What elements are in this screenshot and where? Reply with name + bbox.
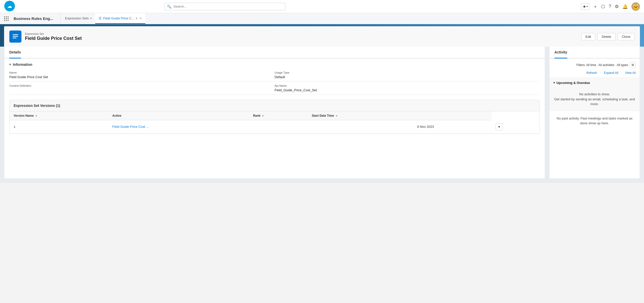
upcoming-overdue-header[interactable]: ▾ Upcoming & Overdue	[549, 78, 640, 88]
grid-dot	[4, 18, 5, 19]
avatar[interactable]: 🐱	[631, 2, 640, 11]
search-icon: 🔍	[167, 5, 171, 9]
info-grid: Name Field Guide Price Cost Set Usage Ty…	[4, 69, 545, 95]
api-name-label: Api Name	[275, 84, 540, 87]
sf-logo[interactable]: ☁	[4, 1, 15, 12]
tab-dropdown-icon[interactable]: ▾	[90, 17, 92, 20]
separator: ·	[621, 71, 622, 75]
chevron-down-icon: ▾	[586, 5, 588, 8]
search-input[interactable]	[173, 5, 283, 8]
tab-dropdown-icon[interactable]: ▾	[136, 17, 137, 20]
activity-panel-tabs: Activity	[549, 47, 640, 58]
svg-rect-3	[13, 36, 18, 37]
sort-icon[interactable]: ▾	[336, 114, 337, 117]
activity-panel: Activity Filters: All time · All activit…	[549, 47, 640, 179]
app-name[interactable]: Business Rules Eng...	[11, 16, 56, 21]
activity-tab[interactable]: Activity	[554, 47, 567, 58]
context-definition-field: Context Definition	[9, 82, 275, 95]
star-icon: ★	[583, 4, 586, 9]
row-number-cell: 1	[10, 120, 108, 134]
sort-icon[interactable]: ▾	[36, 114, 37, 117]
table-header-row: Version Name ▾ Active Rank ▾ S	[10, 111, 540, 120]
edit-button[interactable]: Edit	[581, 33, 595, 40]
grid-dot	[6, 16, 7, 17]
col-start-date-time: Start Date Time ▾	[308, 111, 413, 120]
activity-links: Refresh · Expand All · View All	[549, 70, 640, 78]
usage-type-field: Usage Type Default	[275, 69, 540, 82]
gear-icon: ⚙	[631, 63, 634, 67]
search-bar[interactable]: 🔍	[164, 3, 285, 10]
expression-set-icon	[9, 31, 21, 43]
tab-bar: Business Rules Eng... Expression Sets ▾ …	[0, 13, 644, 24]
separator: ·	[600, 71, 601, 75]
tab-expression-sets[interactable]: Expression Sets ▾	[62, 13, 95, 24]
delete-button[interactable]: Delete	[597, 33, 615, 40]
col-rank: Rank ▾	[249, 111, 308, 120]
usage-type-value: Default	[275, 75, 540, 79]
view-all-link[interactable]: View All	[625, 71, 636, 75]
sort-icon[interactable]: ▾	[262, 114, 263, 117]
tab-close-button[interactable]: ✕	[140, 17, 142, 20]
active-cell	[249, 120, 308, 134]
page-header-info: Expression Set Field Guide Price Cost Se…	[25, 32, 581, 41]
details-tab[interactable]: Details	[9, 47, 21, 58]
clone-button[interactable]: Clone	[618, 33, 635, 40]
tab-list-icon: ☰	[99, 16, 102, 20]
top-nav: ☁ 🔍 ★ ▾ ＋ ⬡ ? ⚙ 🔔 🐱	[0, 0, 644, 13]
row-action-button[interactable]: ▾	[496, 123, 503, 130]
versions-header: Expression Set Versions (1)	[10, 100, 540, 111]
tab-field-guide-price[interactable]: ☰ Field Guide Price C... ▾ ✕	[95, 13, 146, 24]
cloud-connect-icon[interactable]: ⬡	[601, 4, 605, 9]
add-icon[interactable]: ＋	[593, 4, 598, 10]
page-header-title: Field Guide Price Cost Set	[25, 36, 581, 41]
settings-icon[interactable]: ⚙	[615, 4, 619, 9]
help-icon[interactable]: ?	[609, 4, 611, 9]
activity-filters: Filters: All time · All activities · All…	[549, 58, 640, 70]
chevron-down-icon: ▾	[9, 63, 11, 66]
upcoming-overdue-section: ▾ Upcoming & Overdue No activities to sh…	[549, 78, 640, 111]
usage-type-label: Usage Type	[275, 71, 540, 74]
tab-label: Field Guide Price C...	[103, 16, 135, 20]
main-content: Details ▾ Information Name Field Guide P…	[0, 47, 644, 183]
information-section-header[interactable]: ▾ Information	[4, 58, 545, 69]
api-name-value: Field_Guide_Price_Cost_Set	[275, 88, 540, 92]
context-definition-label: Context Definition	[9, 84, 275, 87]
expand-all-link[interactable]: Expand All	[604, 71, 618, 75]
col-actions	[413, 111, 492, 120]
section-label: Information	[13, 63, 32, 67]
grid-dot	[4, 20, 5, 21]
rank-cell	[308, 120, 413, 134]
tab-label: Expression Sets	[65, 16, 89, 20]
svg-rect-4	[13, 38, 16, 38]
filter-settings-button[interactable]: ⚙	[630, 62, 636, 68]
apps-section: Business Rules Eng...	[4, 13, 61, 24]
name-label: Name	[9, 71, 275, 74]
details-panel-tabs: Details	[4, 47, 545, 58]
page-header-label: Expression Set	[25, 32, 581, 35]
page-header: Expression Set Field Guide Price Cost Se…	[4, 26, 640, 47]
version-name-cell: Field Guide Price Cost ...	[108, 120, 249, 134]
upcoming-overdue-label: Upcoming & Overdue	[556, 81, 590, 85]
page-header-actions: Edit Delete Clone	[581, 33, 635, 40]
name-value: Field Guide Price Cost Set	[9, 75, 275, 79]
apps-menu-button[interactable]	[4, 16, 9, 21]
versions-table: Version Name ▾ Active Rank ▾ S	[10, 111, 540, 134]
versions-section: Expression Set Versions (1) Version Name…	[9, 100, 540, 134]
version-name-link[interactable]: Field Guide Price Cost ...	[112, 125, 149, 129]
favorites-button[interactable]: ★ ▾	[581, 3, 589, 10]
name-field: Name Field Guide Price Cost Set	[9, 69, 275, 82]
grid-dot	[8, 18, 9, 19]
details-panel: Details ▾ Information Name Field Guide P…	[4, 47, 545, 179]
top-nav-actions: ★ ▾ ＋ ⬡ ? ⚙ 🔔 🐱	[581, 2, 640, 11]
table-row: 1 Field Guide Price Cost ... 8 Nov 2023 …	[10, 120, 540, 134]
refresh-link[interactable]: Refresh	[586, 71, 597, 75]
col-version-name: Version Name ▾	[10, 111, 108, 120]
svg-rect-2	[13, 34, 18, 35]
grid-dot	[4, 16, 5, 17]
grid-dot	[6, 20, 7, 21]
notification-icon[interactable]: 🔔	[622, 4, 628, 9]
start-date-time-cell: 8 Nov 2023	[413, 120, 492, 134]
api-name-field: Api Name Field_Guide_Price_Cost_Set	[275, 82, 540, 95]
no-activities-message: No activities to show. Get started by se…	[549, 88, 640, 111]
grid-dot	[8, 20, 9, 21]
